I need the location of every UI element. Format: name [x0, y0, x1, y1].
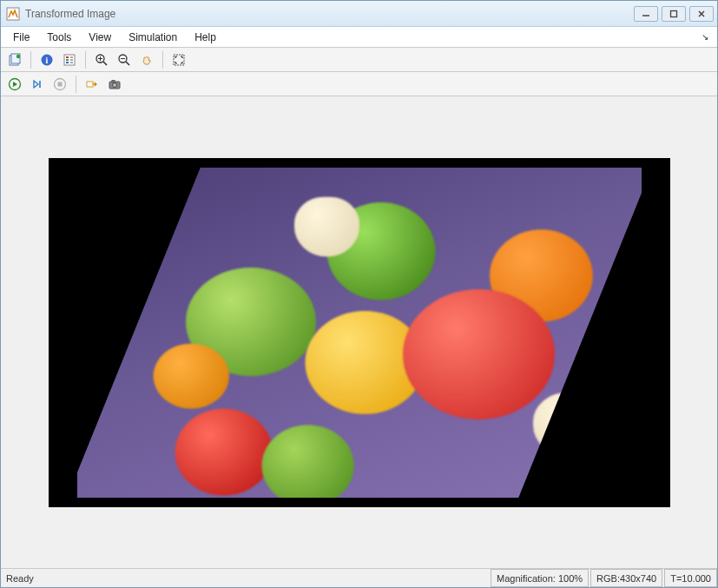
status-rgb: RGB: 430x740 [590, 569, 662, 587]
settings-button[interactable] [59, 50, 80, 69]
svg-point-30 [113, 83, 117, 87]
zoom-out-button[interactable] [114, 50, 135, 69]
window-controls [634, 6, 714, 22]
svg-point-5 [16, 54, 20, 57]
svg-rect-8 [64, 55, 75, 65]
svg-rect-9 [66, 56, 69, 58]
svg-rect-10 [66, 59, 69, 61]
window-title: Transformed Image [25, 8, 634, 20]
step-forward-button[interactable] [27, 75, 48, 94]
menu-file[interactable]: File [4, 27, 38, 47]
new-figure-button[interactable] [4, 50, 25, 69]
time-label: T= [670, 573, 682, 584]
svg-rect-2 [671, 10, 677, 17]
undock-icon[interactable]: ↘ [696, 27, 714, 47]
toolbar-sim [1, 72, 717, 96]
zoom-in-button[interactable] [91, 50, 112, 69]
run-button[interactable] [4, 75, 25, 94]
svg-rect-29 [112, 80, 115, 82]
status-magnification: Magnification: 100% [491, 569, 589, 587]
titlebar: Transformed Image [1, 1, 717, 27]
svg-text:i: i [46, 56, 49, 65]
minimize-button[interactable] [634, 6, 658, 22]
fit-to-view-button[interactable] [168, 50, 189, 69]
menu-tools[interactable]: Tools [38, 27, 80, 47]
status-ready: Ready [1, 569, 489, 587]
menu-help[interactable]: Help [186, 27, 225, 47]
rgb-value: 430x740 [620, 573, 656, 584]
displayed-image [49, 158, 670, 507]
magnification-label: Magnification: [497, 573, 556, 584]
app-icon [6, 7, 20, 21]
stop-button[interactable] [49, 75, 70, 94]
time-value: 10.000 [682, 573, 711, 584]
svg-rect-11 [66, 62, 69, 63]
close-button[interactable] [689, 6, 714, 22]
maximize-button[interactable] [662, 6, 686, 22]
toolbar-view: i [1, 48, 717, 72]
rgb-label: RGB: [596, 573, 620, 584]
pan-button[interactable] [136, 50, 157, 69]
magnification-value: 100% [558, 573, 583, 584]
svg-rect-22 [174, 55, 184, 65]
image-viewport[interactable] [1, 96, 717, 568]
svg-rect-27 [87, 82, 93, 87]
svg-line-20 [126, 62, 129, 65]
snapshot-button[interactable] [104, 75, 125, 94]
statusbar: Ready Magnification: 100% RGB: 430x740 T… [1, 568, 717, 587]
info-button[interactable]: i [36, 50, 57, 69]
menu-view[interactable]: View [80, 27, 120, 47]
svg-rect-26 [58, 82, 63, 86]
status-time: T= 10.000 [664, 569, 717, 587]
highlight-block-button[interactable] [82, 75, 102, 94]
menubar: File Tools View Simulation Help ↘ [1, 27, 717, 48]
menu-simulation[interactable]: Simulation [120, 27, 186, 47]
svg-line-16 [103, 62, 107, 65]
